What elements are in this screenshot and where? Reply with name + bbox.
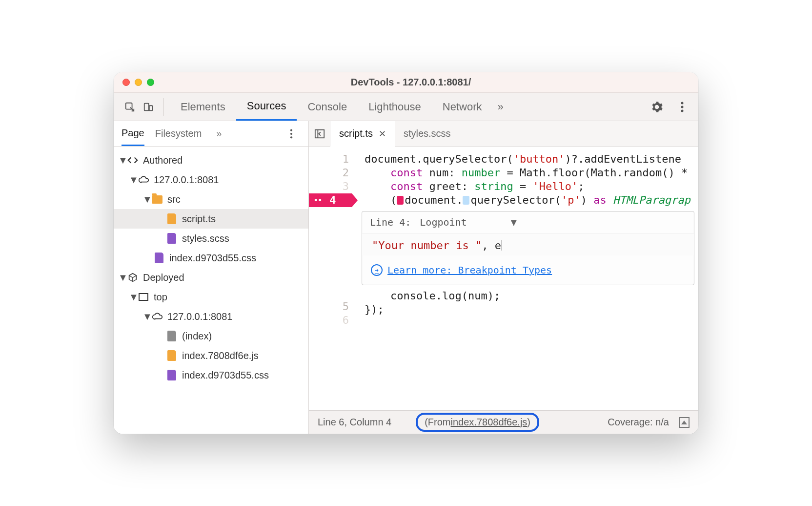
sidebar-tabs-overflow-icon[interactable]: » (216, 122, 222, 146)
tree-label: Deployed (143, 272, 184, 283)
tab-network[interactable]: Network (432, 93, 493, 121)
tree-file-index-js[interactable]: index.7808df6e.js (114, 346, 308, 365)
arrow-circle-icon: ➔ (371, 264, 383, 276)
logpoint-marker[interactable]: 4 (309, 193, 358, 207)
tree-host[interactable]: ▼ 127.0.0.1:8081 (114, 170, 308, 190)
cloud-icon (138, 174, 149, 185)
more-menu-icon[interactable] (673, 97, 691, 117)
tree-host-deployed[interactable]: ▼ 127.0.0.1:8081 (114, 307, 308, 326)
logpoint-expression-input[interactable]: "Your number is ", e (362, 233, 694, 255)
file-icon (166, 350, 177, 361)
code-icon (127, 155, 138, 166)
method-hint-icon (463, 196, 469, 205)
window-title: DevTools - 127.0.0.1:8081/ (154, 77, 668, 88)
editor-tab-label: styles.scss (404, 128, 451, 139)
inspect-element-icon[interactable] (121, 97, 139, 117)
tree-label: index.d9703d55.css (169, 253, 256, 264)
tree-top[interactable]: ▼ top (114, 287, 308, 307)
sidebar-tab-page[interactable]: Page (122, 122, 144, 146)
tree-folder-src[interactable]: ▼ src (114, 190, 308, 209)
code-editor[interactable]: 1 2 3 4 5 6 document.querySelector('butt… (309, 147, 698, 410)
sidebar-more-icon[interactable] (282, 124, 301, 144)
tree-group-deployed[interactable]: ▼ Deployed (114, 268, 308, 287)
logpoint-editor: Line 4: Logpoint ▼ "Your number is ", e … (362, 211, 694, 285)
line-gutter[interactable]: 1 2 3 4 5 6 (309, 147, 358, 410)
tree-group-authored[interactable]: ▼ Authored (114, 150, 308, 170)
property-hint-icon (397, 196, 404, 205)
zoom-window-button[interactable] (147, 79, 154, 86)
folder-icon (152, 194, 162, 205)
editor-tab-script-ts[interactable]: script.ts ✕ (330, 121, 395, 147)
window-titlebar: DevTools - 127.0.0.1:8081/ (114, 72, 698, 93)
separator (163, 98, 164, 116)
sources-sidebar: Page Filesystem » ▼ Authored ▼ 127.0.0.1… (114, 121, 309, 434)
editor-nav-toggle-icon[interactable] (309, 121, 330, 147)
editor-area: script.ts ✕ styles.scss 1 2 3 4 5 6 (309, 121, 698, 434)
learn-more-link[interactable]: ➔ Learn more: Breakpoint Types (362, 255, 694, 285)
file-icon (166, 233, 177, 244)
learn-more-label: Learn more: Breakpoint Types (387, 264, 552, 276)
file-tree: ▼ Authored ▼ 127.0.0.1:8081 ▼ src (114, 147, 308, 434)
svg-rect-2 (149, 105, 152, 110)
frame-icon (138, 292, 149, 302)
tree-label: (index) (182, 331, 212, 342)
logpoint-line-label: Line 4: (370, 216, 411, 228)
tree-label: Authored (143, 155, 183, 166)
tree-label: script.ts (182, 213, 216, 225)
sourcemap-origin-highlight[interactable]: (From index.7808df6e.js) (416, 413, 539, 432)
editor-tabbar: script.ts ✕ styles.scss (309, 121, 698, 147)
file-icon (154, 253, 164, 263)
traffic-lights (122, 79, 154, 86)
tab-console[interactable]: Console (297, 93, 358, 121)
svg-point-6 (290, 129, 292, 131)
svg-rect-1 (144, 103, 149, 110)
tab-lighthouse[interactable]: Lighthouse (358, 93, 432, 121)
show-drawer-icon[interactable] (679, 417, 690, 428)
close-tab-icon[interactable]: ✕ (379, 128, 386, 139)
tree-label: styles.scss (182, 233, 229, 244)
main-tabbar: Elements Sources Console Lighthouse Netw… (114, 93, 698, 121)
chevron-down-icon: ▼ (511, 216, 517, 228)
tree-label: top (154, 292, 167, 303)
tree-label: 127.0.0.1:8081 (154, 174, 219, 186)
tree-label: index.7808df6e.js (182, 350, 259, 361)
editor-tab-styles-scss[interactable]: styles.scss (395, 121, 460, 147)
minimize-window-button[interactable] (135, 79, 142, 86)
tree-label: 127.0.0.1:8081 (167, 311, 232, 322)
svg-rect-9 (139, 294, 148, 300)
tabs-overflow-icon[interactable]: » (493, 93, 508, 121)
breakpoint-type-value: Logpoint (420, 216, 467, 228)
tree-label: index.d9703d55.css (182, 370, 269, 381)
tree-file-index-css-b[interactable]: index.d9703d55.css (114, 365, 308, 385)
cursor-position: Line 6, Column 4 (318, 417, 391, 428)
sourcemap-origin-link[interactable]: index.7808df6e.js (451, 417, 528, 428)
tree-file-script-ts[interactable]: script.ts (114, 209, 308, 229)
svg-point-8 (290, 136, 292, 138)
tab-sources[interactable]: Sources (236, 93, 297, 121)
sidebar-tabs: Page Filesystem » (114, 121, 308, 147)
tree-file-index-css-a[interactable]: index.d9703d55.css (114, 248, 308, 268)
code-content[interactable]: document.querySelector('button')?.addEve… (358, 147, 698, 410)
breakpoint-type-select[interactable]: Logpoint ▼ (420, 216, 516, 228)
editor-tab-label: script.ts (339, 128, 373, 139)
cube-icon (127, 272, 138, 283)
coverage-status: Coverage: n/a (608, 417, 669, 428)
devtools-window: DevTools - 127.0.0.1:8081/ Elements Sour… (114, 72, 698, 434)
tab-elements[interactable]: Elements (170, 93, 236, 121)
cloud-icon (152, 311, 162, 322)
file-icon (166, 213, 177, 224)
toggle-device-icon[interactable] (139, 97, 158, 117)
editor-statusbar: Line 6, Column 4 (From index.7808df6e.js… (309, 410, 698, 434)
svg-rect-10 (315, 129, 324, 138)
close-window-button[interactable] (122, 79, 130, 86)
tree-file-styles-scss[interactable]: styles.scss (114, 229, 308, 248)
svg-point-3 (681, 102, 684, 104)
sidebar-tab-filesystem[interactable]: Filesystem (155, 122, 202, 146)
svg-point-7 (290, 132, 292, 134)
file-icon (166, 370, 177, 380)
tree-file-index[interactable]: (index) (114, 326, 308, 346)
svg-point-5 (681, 109, 684, 112)
settings-gear-icon[interactable] (648, 97, 666, 117)
svg-point-4 (681, 105, 684, 108)
tree-label: src (167, 194, 181, 205)
